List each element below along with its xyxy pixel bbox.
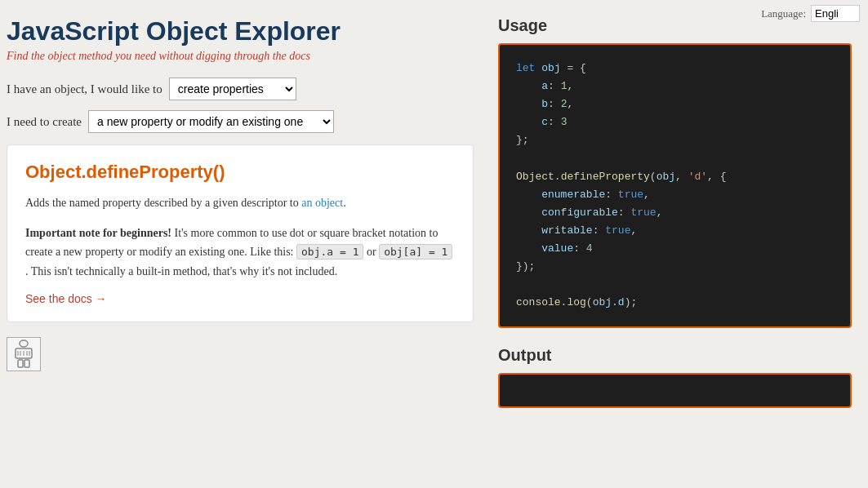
- page-title: JavaScript Object Explorer: [7, 16, 474, 47]
- sentence-row-1: I have an object, I would like to create…: [7, 78, 474, 100]
- see-docs-link[interactable]: See the docs →: [25, 292, 455, 305]
- sentence1-select[interactable]: create properties find properties modify…: [169, 78, 296, 100]
- language-input[interactable]: [811, 5, 860, 22]
- method-note: Important note for beginners! It's more …: [25, 224, 455, 280]
- svg-rect-7: [18, 360, 23, 367]
- note-code1: obj.a = 1: [296, 244, 363, 260]
- method-description: Adds the named property described by a g…: [25, 194, 455, 212]
- output-title: Output: [498, 346, 852, 365]
- left-panel: JavaScript Object Explorer Find the obje…: [0, 0, 490, 488]
- sentence2-select[interactable]: a new property or modify an existing one…: [88, 110, 334, 133]
- sentence2-prefix: I need to create: [7, 115, 82, 129]
- note-end: . This isn't technically a built-in meth…: [25, 265, 337, 277]
- svg-rect-8: [24, 360, 29, 367]
- right-panel: Usage let obj = { a: 1, b: 2, c: 3 }; Ob…: [490, 0, 868, 488]
- note-bold: Important note for beginners!: [25, 227, 171, 239]
- code-block: let obj = { a: 1, b: 2, c: 3 }; Object.d…: [498, 43, 852, 328]
- language-bar: Language:: [753, 0, 868, 27]
- svg-rect-0: [20, 340, 28, 347]
- output-block: [498, 373, 852, 408]
- note-or: or: [367, 246, 379, 258]
- skeleton-icon: [7, 337, 41, 371]
- sentence1-prefix: I have an object, I would like to: [7, 82, 162, 96]
- note-code2: obj[a] = 1: [379, 244, 452, 260]
- sentence-row-2: I need to create a new property or modif…: [7, 110, 474, 133]
- language-label: Language:: [761, 7, 806, 20]
- page-subtitle: Find the object method you need without …: [7, 50, 474, 63]
- result-card: Object.defineProperty() Adds the named p…: [7, 144, 474, 322]
- description-link[interactable]: an object: [301, 197, 343, 209]
- method-title: Object.defineProperty(): [25, 162, 455, 183]
